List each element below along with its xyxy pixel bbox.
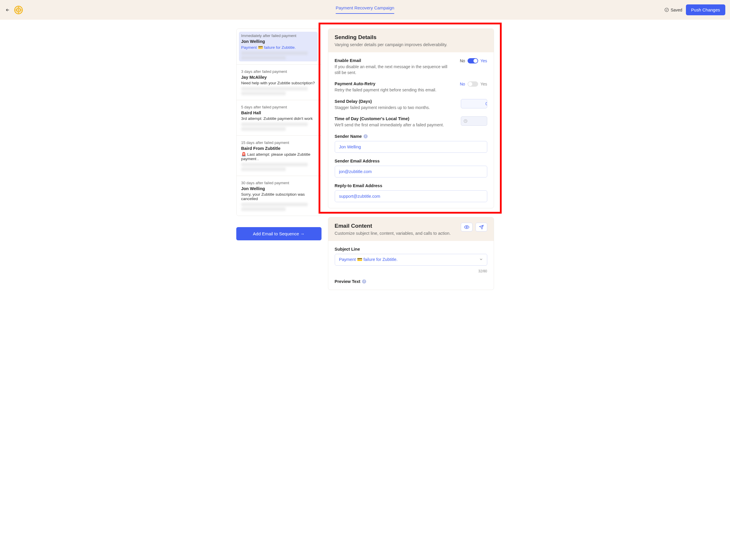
enable-email-no: No (460, 58, 465, 63)
sequence-sender: Baird Hall (241, 110, 315, 115)
time-of-day-row: Time of Day (Customer's Local Time) We'l… (335, 116, 487, 128)
time-of-day-desc: We'll send the first email immediately a… (335, 122, 455, 128)
auto-retry-toggle[interactable] (468, 81, 478, 87)
send-delay-row: Send Delay (Days) Stagger failed payment… (335, 99, 487, 111)
auto-retry-no: No (460, 82, 465, 86)
sender-email-field: Sender Email Address (335, 159, 487, 177)
sequence-item[interactable]: 530 days after failed paymentJon Welling… (237, 176, 321, 216)
sequence-item[interactable]: 23 days after failed paymentJay McAliley… (237, 65, 321, 100)
sender-name-label: Sender Name (335, 134, 362, 139)
sender-email-label: Sender Email Address (335, 159, 487, 163)
email-content-subtitle: Customize subject line, content, variabl… (335, 231, 451, 236)
topbar: Payment Recovery Campaign Saved Push Cha… (0, 0, 730, 20)
enable-email-desc: If you disable an email, the next messag… (335, 64, 454, 76)
sending-details-subtitle: Varying sender details per campaign impr… (335, 42, 487, 47)
subject-line-field: Subject Line 32/80 (335, 247, 487, 273)
saved-indicator: Saved (664, 8, 682, 12)
reply-to-label: Reply-to Email Address (335, 183, 487, 188)
add-email-button[interactable]: Add Email to Sequence → (236, 227, 322, 240)
auto-retry-label: Payment Auto-Retry (335, 81, 454, 86)
sequence-timing: 5 days after failed payment (241, 105, 315, 109)
subject-counter: 32/80 (335, 269, 487, 273)
email-content-panel: Email Content Customize subject line, co… (328, 217, 494, 290)
sequence-timing: 15 days after failed payment (241, 140, 315, 145)
sequence-sender: Jon Welling (241, 39, 315, 44)
svg-point-4 (665, 8, 669, 12)
preview-blur (241, 92, 286, 95)
auto-retry-yes: Yes (480, 82, 487, 86)
preview-blur (241, 167, 286, 171)
info-icon[interactable]: i (364, 134, 368, 138)
info-icon[interactable]: i (362, 279, 366, 284)
preview-blur (241, 87, 308, 90)
svg-point-6 (466, 227, 467, 228)
reply-to-input[interactable] (335, 190, 487, 202)
sequence-subject: 3rd attempt: Zubtitle payment didn't wor… (241, 116, 315, 121)
eye-icon (464, 224, 469, 230)
sequence-subject: 🚨 Last attempt: please update Zubtitle p… (241, 152, 315, 161)
sequence-item[interactable]: 415 days after failed paymentBaird From … (237, 136, 321, 176)
send-test-button[interactable] (475, 223, 487, 232)
reply-to-field: Reply-to Email Address (335, 183, 487, 202)
send-delay-label: Send Delay (Days) (335, 99, 455, 104)
preview-text-label: Preview Text (335, 279, 361, 284)
sequence-sender: Jay McAliley (241, 75, 315, 80)
preview-blur (241, 163, 308, 166)
send-icon (479, 225, 484, 229)
preview-blur (241, 207, 286, 211)
enable-email-toggle[interactable] (468, 58, 478, 63)
push-changes-button[interactable]: Push Changes (686, 4, 725, 15)
send-delay-input[interactable] (461, 99, 487, 108)
preview-blur (241, 127, 286, 131)
sequence-sender: Jon Welling (241, 186, 315, 191)
sequence-item[interactable]: 35 days after failed paymentBaird Hall3r… (237, 100, 321, 136)
send-delay-desc: Stagger failed payment reminders up to t… (335, 105, 455, 111)
app-logo (14, 6, 23, 14)
sequence-subject: Sorry, your Zubtitle subscription was ca… (241, 192, 315, 201)
preview-blur (241, 123, 308, 126)
preview-blur (241, 203, 308, 206)
sequence-sender: Baird From Zubtitle (241, 146, 315, 151)
sender-name-field: Sender Name i (335, 134, 487, 153)
sequence-item[interactable]: 1Immediately after failed paymentJon Wel… (237, 29, 321, 65)
preview-button[interactable] (461, 223, 473, 232)
preview-text-field: Preview Text i (335, 279, 487, 284)
enable-email-yes: Yes (480, 58, 487, 63)
saved-label: Saved (671, 8, 682, 12)
sequence-timing: Immediately after failed payment (241, 33, 315, 38)
clock-icon (463, 119, 468, 123)
subject-line-input[interactable] (335, 254, 487, 266)
sending-details-title: Sending Details (335, 34, 487, 41)
enable-email-row: Enable Email If you disable an email, th… (335, 58, 487, 76)
sequence-timing: 30 days after failed payment (241, 181, 315, 185)
sequence-subject: Payment 💳 failure for Zubtitle. (241, 45, 315, 50)
sequence-timing: 3 days after failed payment (241, 69, 315, 74)
enable-email-label: Enable Email (335, 58, 454, 63)
auto-retry-desc: Retry the failed payment right before se… (335, 87, 454, 93)
auto-retry-row: Payment Auto-Retry Retry the failed paym… (335, 81, 487, 93)
preview-blur (241, 56, 286, 60)
campaign-title[interactable]: Payment Recovery Campaign (336, 5, 394, 14)
time-of-day-input[interactable] (461, 116, 487, 126)
send-delay-input-wrapper: ▲ ▼ (461, 99, 487, 108)
sender-email-input[interactable] (335, 166, 487, 177)
time-of-day-label: Time of Day (Customer's Local Time) (335, 116, 455, 121)
check-circle-icon (664, 8, 669, 12)
email-sequence-list: 1Immediately after failed paymentJon Wel… (236, 28, 322, 216)
preview-blur (241, 51, 308, 55)
sending-details-panel: Sending Details Varying sender details p… (328, 28, 494, 208)
sequence-subject: Need help with your Zubtitle subscriptio… (241, 81, 315, 85)
email-content-title: Email Content (335, 223, 451, 229)
sender-name-input[interactable] (335, 141, 487, 153)
subject-line-label: Subject Line (335, 247, 487, 252)
back-arrow[interactable] (5, 7, 11, 13)
